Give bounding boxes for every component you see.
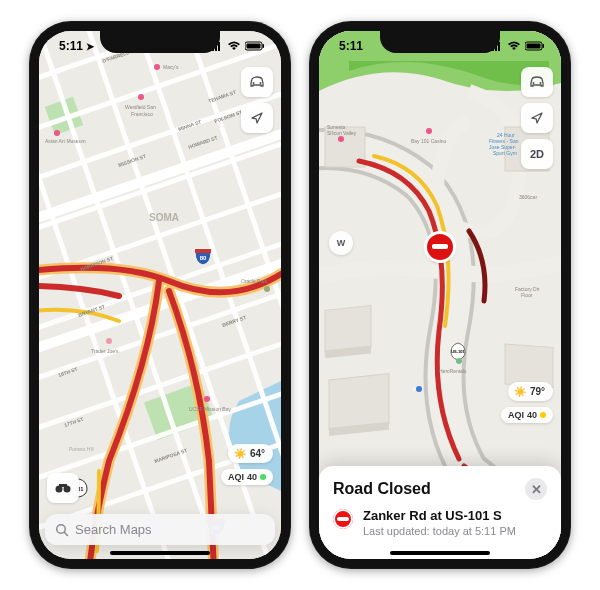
compass-direction: W (337, 238, 346, 248)
sun-icon: ☀️ (514, 386, 526, 397)
svg-point-85 (426, 128, 432, 134)
wifi-icon (227, 41, 241, 51)
car-icon (248, 76, 266, 88)
screen: 5:11 (319, 31, 561, 559)
status-time: 5:11 (59, 39, 83, 53)
svg-point-51 (264, 286, 270, 292)
svg-point-44 (154, 64, 160, 70)
svg-point-60 (260, 82, 262, 84)
location-arrow-icon (250, 111, 264, 125)
svg-line-65 (64, 532, 67, 535)
svg-text:Oracle Park: Oracle Park (241, 278, 268, 284)
svg-text:SOMA: SOMA (149, 212, 179, 223)
status-time: 5:11 (339, 39, 363, 53)
battery-icon (525, 41, 545, 51)
temperature-value: 79° (530, 386, 545, 397)
svg-text:P: P (413, 387, 416, 392)
map-controls (241, 67, 273, 133)
search-icon (55, 523, 69, 537)
svg-text:Westfield San: Westfield San (125, 104, 156, 110)
view-2d-label: 2D (530, 148, 544, 160)
svg-rect-76 (505, 344, 553, 387)
aqi-value: 40 (527, 410, 537, 420)
search-placeholder: Search Maps (75, 522, 152, 537)
sun-icon: ☀️ (234, 448, 246, 459)
svg-text:US-101: US-101 (451, 349, 465, 354)
search-bar[interactable]: Search Maps (45, 514, 275, 545)
svg-point-99 (540, 82, 542, 84)
svg-point-48 (138, 94, 144, 100)
battery-icon (245, 41, 265, 51)
close-icon: ✕ (531, 482, 542, 497)
incident-sheet[interactable]: Road Closed ✕ Zanker Rd at US-101 S Last… (319, 466, 561, 559)
binoculars-icon (54, 482, 72, 494)
svg-text:3606car: 3606car (519, 194, 537, 200)
svg-text:Trader Joe's: Trader Joe's (91, 348, 119, 354)
compass-badge[interactable]: W (329, 231, 353, 255)
location-services-icon: ➤ (86, 41, 94, 52)
look-around-button[interactable] (47, 473, 79, 503)
svg-text:Bay 101 Casino: Bay 101 Casino (411, 138, 447, 144)
incident-updated: Last updated: today at 5:11 PM (363, 525, 516, 537)
svg-point-59 (253, 82, 255, 84)
svg-text:80: 80 (200, 255, 207, 261)
svg-point-91 (456, 358, 462, 364)
svg-rect-71 (527, 44, 541, 49)
aqi-label: AQI (228, 472, 244, 482)
svg-point-98 (533, 82, 535, 84)
phone-left: 5:11 ➤ (29, 21, 291, 569)
notch (100, 31, 220, 53)
vehicle-mode-button[interactable] (521, 67, 553, 97)
aqi-pill[interactable]: AQI 40 (501, 407, 553, 423)
svg-point-46 (54, 130, 60, 136)
road-closed-marker[interactable] (427, 234, 453, 260)
home-indicator[interactable] (390, 551, 490, 555)
aqi-pill[interactable]: AQI 40 (221, 469, 273, 485)
svg-text:Potrero Hill: Potrero Hill (69, 446, 94, 452)
svg-text:Asian Art Museum: Asian Art Museum (45, 138, 86, 144)
svg-point-82 (338, 136, 344, 142)
phone-right: 5:11 (309, 21, 571, 569)
locate-me-button[interactable] (521, 103, 553, 133)
svg-text:Macy's: Macy's (163, 64, 179, 70)
aqi-value: 40 (247, 472, 257, 482)
sheet-title: Road Closed (333, 480, 431, 498)
location-arrow-icon (530, 111, 544, 125)
wifi-icon (507, 41, 521, 51)
car-icon (528, 76, 546, 88)
incident-location: Zanker Rd at US-101 S (363, 508, 516, 523)
no-entry-icon (333, 509, 353, 529)
temperature-value: 64° (250, 448, 265, 459)
aqi-label: AQI (508, 410, 524, 420)
svg-rect-72 (543, 44, 545, 48)
vehicle-mode-button[interactable] (241, 67, 273, 97)
view-2d-button[interactable]: 2D (521, 139, 553, 169)
svg-text:UCSF Mission Bay: UCSF Mission Bay (189, 406, 231, 412)
svg-text:Francisco: Francisco (131, 111, 153, 117)
notch (380, 31, 500, 53)
incident-row[interactable]: Zanker Rd at US-101 S Last updated: toda… (333, 508, 547, 537)
svg-rect-74 (325, 306, 371, 353)
home-indicator[interactable] (110, 551, 210, 555)
svg-text:Silicon Valley: Silicon Valley (327, 130, 357, 136)
svg-text:Sport Gym: Sport Gym (493, 150, 517, 156)
svg-rect-75 (329, 374, 389, 430)
map-controls: 2D (521, 67, 553, 169)
locate-me-button[interactable] (241, 103, 273, 133)
svg-rect-27 (195, 249, 211, 253)
aqi-dot-icon (260, 474, 266, 480)
svg-point-96 (416, 386, 422, 392)
weather-pill[interactable]: ☀️ 64° (228, 444, 273, 463)
svg-rect-5 (247, 44, 261, 49)
sheet-close-button[interactable]: ✕ (525, 478, 547, 500)
svg-point-53 (204, 396, 210, 402)
svg-rect-6 (263, 44, 265, 48)
weather-pill[interactable]: ☀️ 79° (508, 382, 553, 401)
svg-point-55 (106, 338, 112, 344)
svg-text:HercRentals: HercRentals (439, 368, 467, 374)
svg-rect-63 (59, 484, 67, 487)
aqi-dot-icon (540, 412, 546, 418)
screen: 5:11 ➤ (39, 31, 281, 559)
svg-text:Floor: Floor (521, 292, 533, 298)
